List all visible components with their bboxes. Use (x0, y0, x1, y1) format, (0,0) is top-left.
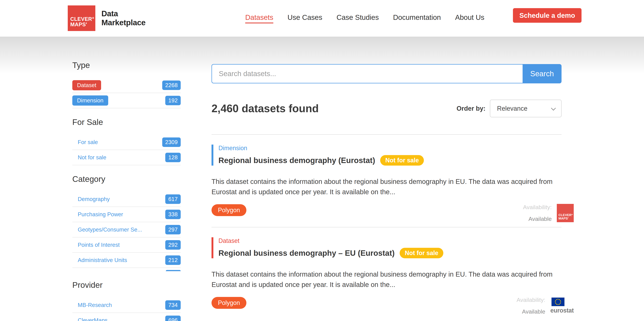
filter-section-title-provider: Provider (72, 280, 181, 290)
filter-link-mb-research[interactable]: MB-Research (72, 302, 112, 308)
order-by-group: Order by: Relevance (456, 100, 562, 117)
not-for-sale-badge: Not for sale (400, 248, 443, 258)
filter-row-points-of-interest[interactable]: Points of Interest 292 (72, 237, 181, 253)
count-badge: 2268 (162, 81, 181, 90)
results-panel: Search 2,460 datasets found Order by: Re… (212, 64, 562, 315)
availability-label: Availability: (517, 296, 545, 303)
filter-link-for-sale[interactable]: For sale (72, 139, 98, 145)
site-title-line2: Marketplace (102, 18, 146, 27)
availability-value: Available (523, 216, 552, 222)
card-head: Dataset Regional business demography – E… (212, 237, 562, 258)
chevron-down-icon (551, 106, 556, 111)
filter-row-geotypes[interactable]: Geotypes/Consumer Se... 297 (72, 222, 181, 237)
search-button[interactable]: Search (522, 64, 562, 83)
count-badge: 696 (165, 315, 181, 321)
main-nav: Datasets Use Cases Case Studies Document… (245, 0, 484, 37)
filter-section-title-for-sale: For Sale (72, 117, 181, 127)
site-title[interactable]: Data Marketplace (102, 9, 146, 27)
count-badge: 128 (165, 153, 181, 162)
clevermaps-logo[interactable]: CLEVER° MAPS' (68, 6, 95, 31)
nav-case-studies[interactable]: Case Studies (336, 14, 379, 23)
filter-row-for-sale[interactable]: For sale 2309 (72, 135, 181, 150)
filter-link-administrative-units[interactable]: Administrative Units (72, 257, 127, 263)
filter-row-clevermaps[interactable]: CleverMaps 696 (72, 313, 181, 321)
site-title-line1: Data (102, 9, 146, 18)
search-bar: Search (212, 64, 562, 83)
card-footer: Polygon Availability: Available CLEVER° … (212, 204, 562, 222)
count-badge: 297 (165, 225, 181, 234)
type-chip-dimension[interactable]: Dimension (72, 95, 108, 106)
header: CLEVER° MAPS' Data Marketplace Datasets … (0, 0, 644, 37)
filter-row-mb-research[interactable]: MB-Research 734 (72, 298, 181, 313)
filter-link-clevermaps[interactable]: CleverMaps (72, 317, 108, 321)
clevermaps-provider-logo: CLEVER° MAPS' (557, 204, 574, 222)
logo-line2: MAPS' (70, 22, 95, 27)
availability-block: Availability: Available (517, 296, 574, 315)
results-header: 2,460 datasets found Order by: Relevance (212, 100, 562, 117)
provider-logo-line1: CLEVER° (558, 213, 574, 217)
count-badge: 617 (165, 194, 181, 204)
availability-block: Availability: Available CLEVER° MAPS' (523, 204, 574, 222)
partial-count-badge (166, 270, 181, 271)
filter-row-dataset[interactable]: Dataset 2268 (72, 78, 181, 93)
nav-use-cases[interactable]: Use Cases (288, 14, 322, 23)
filter-link-points-of-interest[interactable]: Points of Interest (72, 242, 120, 248)
eurostat-provider-logo: eurostat (550, 297, 574, 314)
card-title[interactable]: Regional business demography (Eurostat) (218, 156, 375, 165)
count-badge: 2309 (162, 137, 181, 147)
nav-about-us[interactable]: About Us (455, 14, 484, 23)
order-by-value: Relevance (497, 105, 528, 112)
availability-value: Available (517, 308, 545, 315)
filter-section-title-category: Category (72, 174, 181, 184)
provider-logo-line2: MAPS' (558, 217, 574, 220)
count-badge: 338 (165, 210, 181, 219)
order-by-label: Order by: (456, 105, 486, 112)
nav-documentation[interactable]: Documentation (393, 14, 441, 23)
dataset-card[interactable]: Dataset Regional business demography – E… (212, 227, 562, 315)
filter-row-dimension[interactable]: Dimension 192 (72, 93, 181, 108)
type-chip-dataset[interactable]: Dataset (72, 80, 101, 90)
card-footer: Polygon Availability: Available (212, 296, 562, 315)
filter-link-demography[interactable]: Demography (72, 196, 110, 202)
filter-row-demography[interactable]: Demography 617 (72, 192, 181, 207)
geometry-tag: Polygon (212, 204, 246, 216)
geometry-tag: Polygon (212, 297, 246, 309)
card-head: Dimension Regional business demography (… (212, 145, 562, 166)
logo-line1: CLEVER° (70, 17, 95, 22)
count-badge: 212 (165, 255, 181, 265)
count-badge: 292 (165, 240, 181, 250)
search-input[interactable] (212, 64, 522, 83)
filter-sidebar: Type Dataset 2268 Dimension 192 For Sale… (72, 61, 181, 321)
nav-datasets[interactable]: Datasets (245, 14, 273, 23)
filter-link-geotypes[interactable]: Geotypes/Consumer Se... (72, 226, 142, 233)
eurostat-wordmark: eurostat (550, 307, 574, 314)
filter-row-purchasing-power[interactable]: Purchasing Power 338 (72, 207, 181, 222)
filter-row-administrative-units[interactable]: Administrative Units 212 (72, 253, 181, 268)
filter-link-not-for-sale[interactable]: Not for sale (72, 154, 106, 161)
filter-row-not-for-sale[interactable]: Not for sale 128 (72, 150, 181, 165)
card-title[interactable]: Regional business demography – EU (Euros… (218, 248, 394, 258)
availability-label: Availability: (523, 204, 552, 210)
card-description: This dataset contains the information ab… (212, 176, 562, 197)
eu-flag-icon (551, 297, 564, 306)
schedule-demo-button[interactable]: Schedule a demo (513, 8, 582, 23)
card-description: This dataset contains the information ab… (212, 269, 562, 290)
order-by-select[interactable]: Relevance (490, 100, 562, 117)
card-type-label: Dimension (218, 145, 562, 152)
dataset-card[interactable]: Dimension Regional business demography (… (212, 135, 562, 222)
results-count: 2,460 datasets found (212, 102, 319, 115)
filter-link-purchasing-power[interactable]: Purchasing Power (72, 211, 123, 218)
card-type-label: Dataset (218, 237, 562, 244)
not-for-sale-badge: Not for sale (380, 155, 424, 166)
filter-section-title-type: Type (72, 61, 181, 70)
count-badge: 734 (165, 300, 181, 310)
count-badge: 192 (165, 96, 181, 105)
